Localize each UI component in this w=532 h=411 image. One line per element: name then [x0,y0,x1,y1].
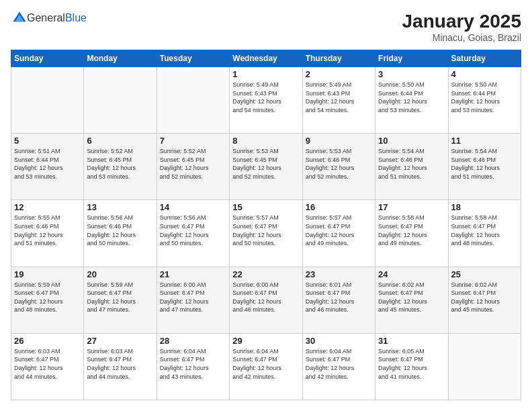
day-cell: 31Sunrise: 6:05 AM Sunset: 6:47 PM Dayli… [375,333,448,400]
day-number: 4 [451,69,518,79]
day-info: Sunrise: 5:57 AM Sunset: 6:47 PM Dayligh… [306,214,372,247]
day-cell: 10Sunrise: 5:54 AM Sunset: 6:46 PM Dayli… [375,134,448,200]
weekday-thursday: Thursday [302,50,375,67]
day-number: 27 [87,336,153,346]
day-cell: 6Sunrise: 5:52 AM Sunset: 6:45 PM Daylig… [84,134,157,200]
day-number: 23 [306,269,372,279]
day-cell: 5Sunrise: 5:51 AM Sunset: 6:44 PM Daylig… [11,134,84,200]
day-info: Sunrise: 5:53 AM Sunset: 6:46 PM Dayligh… [306,147,372,181]
day-number: 31 [378,336,445,346]
day-info: Sunrise: 5:58 AM Sunset: 6:47 PM Dayligh… [451,214,518,247]
day-number: 24 [378,269,445,279]
day-cell: 15Sunrise: 5:57 AM Sunset: 6:47 PM Dayli… [230,200,302,267]
day-cell: 2Sunrise: 5:49 AM Sunset: 6:43 PM Daylig… [302,67,375,134]
day-cell: 22Sunrise: 6:00 AM Sunset: 6:47 PM Dayli… [230,267,302,333]
day-number: 18 [451,202,518,212]
day-number: 19 [14,269,81,279]
day-info: Sunrise: 5:59 AM Sunset: 6:47 PM Dayligh… [14,281,81,314]
logo-icon [12,11,27,26]
day-cell: 28Sunrise: 6:04 AM Sunset: 6:47 PM Dayli… [157,333,229,400]
weekday-header-row: SundayMondayTuesdayWednesdayThursdayFrid… [11,50,521,67]
day-cell: 9Sunrise: 5:53 AM Sunset: 6:46 PM Daylig… [302,134,375,200]
header: GeneralBlue January 2025 Minacu, Goias, … [11,11,521,43]
day-number: 9 [306,136,372,146]
day-number: 20 [87,269,153,279]
day-cell: 3Sunrise: 5:50 AM Sunset: 6:44 PM Daylig… [375,67,448,134]
day-number: 14 [160,202,226,212]
weekday-sunday: Sunday [11,50,84,67]
day-cell: 29Sunrise: 6:04 AM Sunset: 6:47 PM Dayli… [230,333,302,400]
day-info: Sunrise: 5:53 AM Sunset: 6:45 PM Dayligh… [232,147,299,181]
day-number: 12 [14,202,81,212]
weekday-tuesday: Tuesday [157,50,229,67]
day-number: 10 [378,136,445,146]
day-info: Sunrise: 6:03 AM Sunset: 6:47 PM Dayligh… [87,347,153,381]
day-number: 29 [232,336,299,346]
day-info: Sunrise: 5:57 AM Sunset: 6:47 PM Dayligh… [232,214,299,247]
day-info: Sunrise: 6:04 AM Sunset: 6:47 PM Dayligh… [160,347,226,381]
week-row-3: 19Sunrise: 5:59 AM Sunset: 6:47 PM Dayli… [11,267,521,333]
day-cell: 8Sunrise: 5:53 AM Sunset: 6:45 PM Daylig… [230,134,302,200]
week-row-0: 1Sunrise: 5:49 AM Sunset: 6:43 PM Daylig… [11,67,521,134]
day-number: 13 [87,202,153,212]
day-cell: 16Sunrise: 5:57 AM Sunset: 6:47 PM Dayli… [302,200,375,267]
day-info: Sunrise: 5:52 AM Sunset: 6:45 PM Dayligh… [87,147,153,181]
logo-blue: Blue [65,12,87,24]
day-number: 8 [232,136,299,146]
day-number: 7 [160,136,226,146]
day-cell: 12Sunrise: 5:55 AM Sunset: 6:46 PM Dayli… [11,200,84,267]
day-cell: 21Sunrise: 6:00 AM Sunset: 6:47 PM Dayli… [157,267,229,333]
day-number: 2 [306,69,372,79]
day-cell: 25Sunrise: 6:02 AM Sunset: 6:47 PM Dayli… [448,267,521,333]
location: Minacu, Goias, Brazil [402,32,521,43]
day-number: 3 [378,69,445,79]
day-info: Sunrise: 5:56 AM Sunset: 6:46 PM Dayligh… [87,214,153,247]
day-cell: 14Sunrise: 5:56 AM Sunset: 6:47 PM Dayli… [157,200,229,267]
day-cell: 13Sunrise: 5:56 AM Sunset: 6:46 PM Dayli… [84,200,157,267]
weekday-wednesday: Wednesday [230,50,302,67]
day-cell: 4Sunrise: 5:50 AM Sunset: 6:44 PM Daylig… [448,67,521,134]
day-info: Sunrise: 5:54 AM Sunset: 6:46 PM Dayligh… [451,147,518,181]
day-cell [157,67,229,134]
day-number: 21 [160,269,226,279]
day-number: 16 [306,202,372,212]
page: GeneralBlue January 2025 Minacu, Goias, … [0,0,532,411]
day-info: Sunrise: 6:05 AM Sunset: 6:47 PM Dayligh… [378,347,445,381]
week-row-2: 12Sunrise: 5:55 AM Sunset: 6:46 PM Dayli… [11,200,521,267]
day-info: Sunrise: 6:02 AM Sunset: 6:47 PM Dayligh… [378,281,445,314]
week-row-1: 5Sunrise: 5:51 AM Sunset: 6:44 PM Daylig… [11,134,521,200]
day-info: Sunrise: 6:02 AM Sunset: 6:47 PM Dayligh… [451,281,518,314]
day-cell: 27Sunrise: 6:03 AM Sunset: 6:47 PM Dayli… [84,333,157,400]
day-info: Sunrise: 5:50 AM Sunset: 6:44 PM Dayligh… [378,81,445,114]
day-info: Sunrise: 5:50 AM Sunset: 6:44 PM Dayligh… [451,81,518,114]
day-number: 17 [378,202,445,212]
day-cell: 7Sunrise: 5:52 AM Sunset: 6:45 PM Daylig… [157,134,229,200]
day-cell: 24Sunrise: 6:02 AM Sunset: 6:47 PM Dayli… [375,267,448,333]
day-cell: 19Sunrise: 5:59 AM Sunset: 6:47 PM Dayli… [11,267,84,333]
day-info: Sunrise: 5:49 AM Sunset: 6:43 PM Dayligh… [306,81,372,114]
weekday-monday: Monday [84,50,157,67]
day-number: 26 [14,336,81,346]
day-info: Sunrise: 5:51 AM Sunset: 6:44 PM Dayligh… [14,147,81,181]
day-info: Sunrise: 6:04 AM Sunset: 6:47 PM Dayligh… [232,347,299,381]
day-number: 11 [451,136,518,146]
day-cell: 1Sunrise: 5:49 AM Sunset: 6:43 PM Daylig… [230,67,302,134]
weekday-saturday: Saturday [448,50,521,67]
day-info: Sunrise: 6:00 AM Sunset: 6:47 PM Dayligh… [160,281,226,314]
day-info: Sunrise: 5:55 AM Sunset: 6:46 PM Dayligh… [14,214,81,247]
day-cell: 26Sunrise: 6:03 AM Sunset: 6:47 PM Dayli… [11,333,84,400]
day-info: Sunrise: 5:56 AM Sunset: 6:47 PM Dayligh… [160,214,226,247]
logo-general: General [27,12,65,24]
day-info: Sunrise: 6:03 AM Sunset: 6:47 PM Dayligh… [14,347,81,381]
day-number: 28 [160,336,226,346]
day-info: Sunrise: 5:59 AM Sunset: 6:47 PM Dayligh… [87,281,153,314]
day-info: Sunrise: 5:49 AM Sunset: 6:43 PM Dayligh… [232,81,299,114]
day-info: Sunrise: 5:58 AM Sunset: 6:47 PM Dayligh… [378,214,445,247]
weekday-friday: Friday [375,50,448,67]
day-number: 6 [87,136,153,146]
day-cell: 17Sunrise: 5:58 AM Sunset: 6:47 PM Dayli… [375,200,448,267]
day-number: 30 [306,336,372,346]
calendar-table: SundayMondayTuesdayWednesdayThursdayFrid… [11,50,521,400]
day-info: Sunrise: 6:04 AM Sunset: 6:47 PM Dayligh… [306,347,372,381]
day-number: 22 [232,269,299,279]
